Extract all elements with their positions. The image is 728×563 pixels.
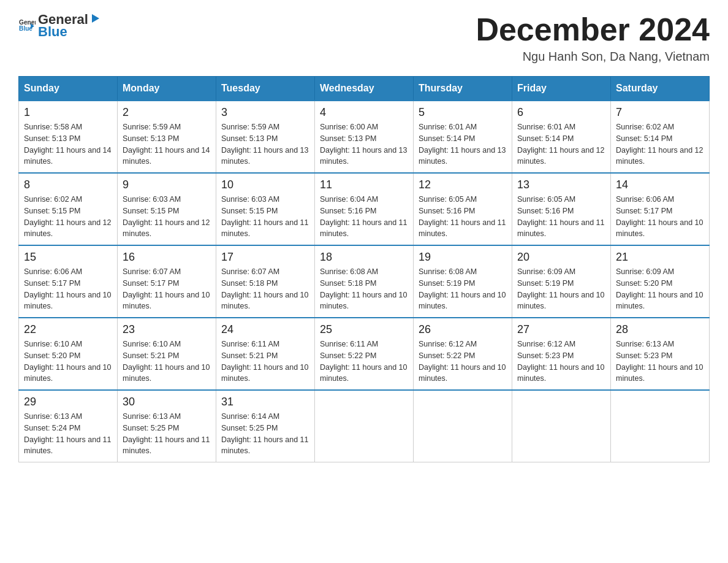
day-info: Sunrise: 6:02 AMSunset: 5:14 PMDaylight:… [616, 121, 704, 167]
day-info: Sunrise: 6:11 AMSunset: 5:22 PMDaylight:… [320, 339, 408, 385]
day-cell: 30 Sunrise: 6:13 AMSunset: 5:25 PMDaylig… [118, 390, 216, 462]
day-info: Sunrise: 5:58 AMSunset: 5:13 PMDaylight:… [24, 121, 112, 167]
day-number: 9 [123, 178, 211, 191]
day-number: 23 [123, 323, 211, 336]
day-number: 24 [221, 323, 309, 336]
day-info: Sunrise: 6:06 AMSunset: 5:17 PMDaylight:… [24, 266, 112, 312]
day-info: Sunrise: 6:09 AMSunset: 5:19 PMDaylight:… [517, 266, 605, 312]
logo: General Blue General Blue [18, 12, 102, 39]
day-info: Sunrise: 6:00 AMSunset: 5:13 PMDaylight:… [320, 121, 408, 167]
day-number: 25 [320, 323, 408, 336]
day-info: Sunrise: 6:05 AMSunset: 5:16 PMDaylight:… [517, 194, 605, 240]
title-section: December 2024 Ngu Hanh Son, Da Nang, Vie… [476, 12, 710, 64]
week-row-1: 1 Sunrise: 5:58 AMSunset: 5:13 PMDayligh… [19, 101, 710, 173]
day-info: Sunrise: 6:02 AMSunset: 5:15 PMDaylight:… [24, 194, 112, 240]
day-number: 22 [24, 323, 112, 336]
day-info: Sunrise: 6:08 AMSunset: 5:19 PMDaylight:… [419, 266, 507, 312]
day-cell: 20 Sunrise: 6:09 AMSunset: 5:19 PMDaylig… [512, 245, 611, 318]
day-cell: 24 Sunrise: 6:11 AMSunset: 5:21 PMDaylig… [216, 318, 315, 390]
svg-marker-3 [92, 14, 99, 23]
col-header-saturday: Saturday [611, 77, 710, 101]
week-row-5: 29 Sunrise: 6:13 AMSunset: 5:24 PMDaylig… [19, 390, 710, 462]
day-cell: 23 Sunrise: 6:10 AMSunset: 5:21 PMDaylig… [118, 318, 216, 390]
day-number: 3 [221, 106, 309, 119]
day-cell: 29 Sunrise: 6:13 AMSunset: 5:24 PMDaylig… [19, 390, 118, 462]
col-header-wednesday: Wednesday [315, 77, 414, 101]
day-number: 2 [123, 106, 211, 119]
day-cell: 14 Sunrise: 6:06 AMSunset: 5:17 PMDaylig… [611, 173, 710, 245]
day-number: 31 [221, 396, 309, 408]
day-cell: 28 Sunrise: 6:13 AMSunset: 5:23 PMDaylig… [611, 318, 710, 390]
day-info: Sunrise: 6:12 AMSunset: 5:22 PMDaylight:… [419, 339, 507, 385]
logo-arrow-icon [89, 13, 102, 24]
day-info: Sunrise: 6:14 AMSunset: 5:25 PMDaylight:… [221, 411, 309, 457]
day-cell [512, 390, 611, 462]
day-info: Sunrise: 6:07 AMSunset: 5:17 PMDaylight:… [123, 266, 211, 312]
day-cell: 15 Sunrise: 6:06 AMSunset: 5:17 PMDaylig… [19, 245, 118, 318]
day-cell [611, 390, 710, 462]
day-cell [315, 390, 414, 462]
week-row-4: 22 Sunrise: 6:10 AMSunset: 5:20 PMDaylig… [19, 318, 710, 390]
day-number: 27 [517, 323, 605, 336]
day-info: Sunrise: 6:05 AMSunset: 5:16 PMDaylight:… [419, 194, 507, 240]
col-header-thursday: Thursday [414, 77, 512, 101]
day-info: Sunrise: 6:11 AMSunset: 5:21 PMDaylight:… [221, 339, 309, 385]
day-cell: 13 Sunrise: 6:05 AMSunset: 5:16 PMDaylig… [512, 173, 611, 245]
day-number: 5 [419, 106, 507, 119]
day-number: 10 [221, 178, 309, 191]
day-number: 29 [24, 396, 112, 408]
day-cell: 11 Sunrise: 6:04 AMSunset: 5:16 PMDaylig… [315, 173, 414, 245]
day-cell: 26 Sunrise: 6:12 AMSunset: 5:22 PMDaylig… [414, 318, 512, 390]
day-cell: 7 Sunrise: 6:02 AMSunset: 5:14 PMDayligh… [611, 101, 710, 173]
day-number: 4 [320, 106, 408, 119]
svg-text:Blue: Blue [19, 26, 32, 33]
day-cell: 16 Sunrise: 6:07 AMSunset: 5:17 PMDaylig… [118, 245, 216, 318]
day-number: 13 [517, 178, 605, 191]
col-header-sunday: Sunday [19, 77, 118, 101]
day-info: Sunrise: 6:01 AMSunset: 5:14 PMDaylight:… [517, 121, 605, 167]
day-info: Sunrise: 6:13 AMSunset: 5:24 PMDaylight:… [24, 411, 112, 457]
day-number: 8 [24, 178, 112, 191]
day-info: Sunrise: 5:59 AMSunset: 5:13 PMDaylight:… [123, 121, 211, 167]
day-cell: 2 Sunrise: 5:59 AMSunset: 5:13 PMDayligh… [118, 101, 216, 173]
day-number: 14 [616, 178, 704, 191]
calendar-body: 1 Sunrise: 5:58 AMSunset: 5:13 PMDayligh… [19, 101, 710, 462]
day-number: 20 [517, 251, 605, 264]
day-cell: 22 Sunrise: 6:10 AMSunset: 5:20 PMDaylig… [19, 318, 118, 390]
day-info: Sunrise: 6:04 AMSunset: 5:16 PMDaylight:… [320, 194, 408, 240]
svg-text:General: General [19, 20, 36, 26]
day-cell: 27 Sunrise: 6:12 AMSunset: 5:23 PMDaylig… [512, 318, 611, 390]
day-number: 12 [419, 178, 507, 191]
day-info: Sunrise: 6:10 AMSunset: 5:21 PMDaylight:… [123, 339, 211, 385]
calendar-table: SundayMondayTuesdayWednesdayThursdayFrid… [18, 76, 710, 462]
day-number: 28 [616, 323, 704, 336]
col-header-friday: Friday [512, 77, 611, 101]
day-number: 11 [320, 178, 408, 191]
day-cell: 4 Sunrise: 6:00 AMSunset: 5:13 PMDayligh… [315, 101, 414, 173]
day-number: 30 [123, 396, 211, 408]
day-number: 16 [123, 251, 211, 264]
day-cell: 5 Sunrise: 6:01 AMSunset: 5:14 PMDayligh… [414, 101, 512, 173]
day-cell: 21 Sunrise: 6:09 AMSunset: 5:20 PMDaylig… [611, 245, 710, 318]
day-number: 7 [616, 106, 704, 119]
day-info: Sunrise: 6:09 AMSunset: 5:20 PMDaylight:… [616, 266, 704, 312]
day-cell: 8 Sunrise: 6:02 AMSunset: 5:15 PMDayligh… [19, 173, 118, 245]
day-info: Sunrise: 6:01 AMSunset: 5:14 PMDaylight:… [419, 121, 507, 167]
day-cell: 6 Sunrise: 6:01 AMSunset: 5:14 PMDayligh… [512, 101, 611, 173]
day-number: 1 [24, 106, 112, 119]
col-header-tuesday: Tuesday [216, 77, 315, 101]
day-number: 15 [24, 251, 112, 264]
day-cell: 31 Sunrise: 6:14 AMSunset: 5:25 PMDaylig… [216, 390, 315, 462]
day-cell: 17 Sunrise: 6:07 AMSunset: 5:18 PMDaylig… [216, 245, 315, 318]
day-info: Sunrise: 6:03 AMSunset: 5:15 PMDaylight:… [123, 194, 211, 240]
week-row-2: 8 Sunrise: 6:02 AMSunset: 5:15 PMDayligh… [19, 173, 710, 245]
day-info: Sunrise: 6:10 AMSunset: 5:20 PMDaylight:… [24, 339, 112, 385]
page-header: General Blue General Blue December 2024 … [18, 12, 710, 64]
day-cell: 9 Sunrise: 6:03 AMSunset: 5:15 PMDayligh… [118, 173, 216, 245]
day-number: 21 [616, 251, 704, 264]
day-info: Sunrise: 6:13 AMSunset: 5:23 PMDaylight:… [616, 339, 704, 385]
day-number: 17 [221, 251, 309, 264]
day-number: 19 [419, 251, 507, 264]
day-info: Sunrise: 6:06 AMSunset: 5:17 PMDaylight:… [616, 194, 704, 240]
day-info: Sunrise: 6:12 AMSunset: 5:23 PMDaylight:… [517, 339, 605, 385]
